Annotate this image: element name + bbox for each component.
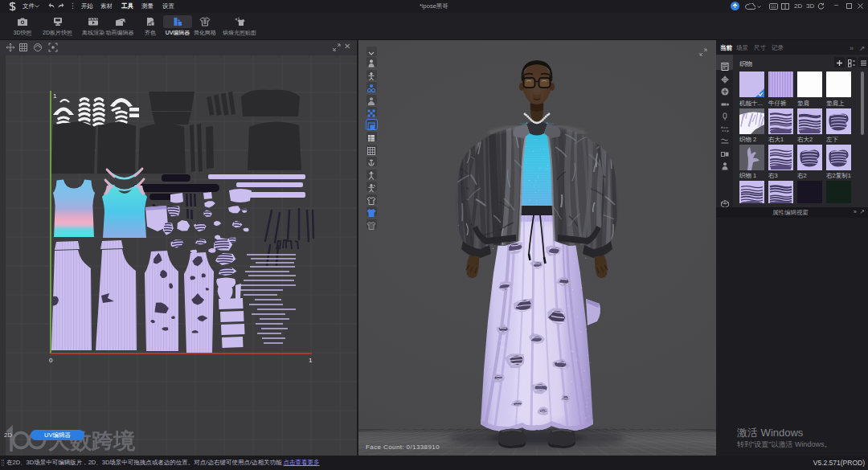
svg-text:1: 1 xyxy=(53,92,57,100)
svg-text:1: 1 xyxy=(309,357,313,364)
svg-text:0: 0 xyxy=(49,357,53,364)
